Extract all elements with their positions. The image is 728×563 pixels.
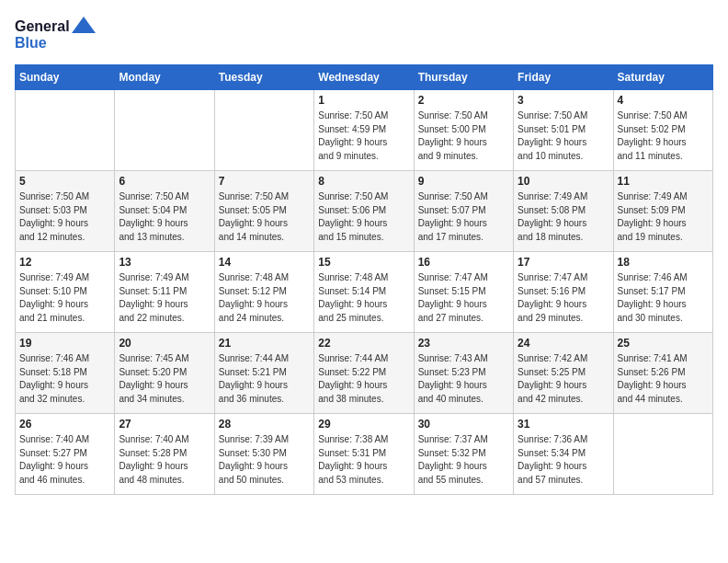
calendar-cell: 7Sunrise: 7:50 AM Sunset: 5:05 PM Daylig… [214,171,313,252]
day-info: Sunrise: 7:50 AM Sunset: 5:06 PM Dayligh… [318,190,409,244]
day-number: 4 [618,94,709,107]
day-number: 30 [418,418,509,431]
day-number: 19 [19,337,110,350]
calendar-table: SundayMondayTuesdayWednesdayThursdayFrid… [15,64,713,495]
calendar-cell: 28Sunrise: 7:39 AM Sunset: 5:30 PM Dayli… [214,414,313,495]
day-info: Sunrise: 7:50 AM Sunset: 5:00 PM Dayligh… [418,109,509,163]
calendar-cell: 22Sunrise: 7:44 AM Sunset: 5:22 PM Dayli… [314,333,414,414]
day-number: 6 [119,175,210,188]
day-number: 2 [418,94,509,107]
day-info: Sunrise: 7:44 AM Sunset: 5:22 PM Dayligh… [318,352,409,406]
day-number: 22 [318,337,409,350]
weekday-header-sunday: Sunday [16,65,115,90]
day-number: 20 [119,337,210,350]
weekday-header-thursday: Thursday [414,65,513,90]
calendar-cell: 18Sunrise: 7:46 AM Sunset: 5:17 PM Dayli… [613,252,712,333]
calendar-cell: 30Sunrise: 7:37 AM Sunset: 5:32 PM Dayli… [414,414,513,495]
calendar-cell [613,414,712,495]
day-info: Sunrise: 7:40 AM Sunset: 5:27 PM Dayligh… [19,433,110,487]
calendar-cell: 6Sunrise: 7:50 AM Sunset: 5:04 PM Daylig… [115,171,214,252]
calendar-cell: 4Sunrise: 7:50 AM Sunset: 5:02 PM Daylig… [613,90,712,171]
day-info: Sunrise: 7:38 AM Sunset: 5:31 PM Dayligh… [318,433,409,487]
calendar-cell: 20Sunrise: 7:45 AM Sunset: 5:20 PM Dayli… [115,333,214,414]
calendar-week-3: 12Sunrise: 7:49 AM Sunset: 5:10 PM Dayli… [16,252,713,333]
day-number: 24 [518,337,609,350]
logo-svg: General Blue [15,15,97,53]
header: General Blue [15,15,713,53]
calendar-cell: 21Sunrise: 7:44 AM Sunset: 5:21 PM Dayli… [214,333,313,414]
day-number: 12 [19,256,110,269]
day-number: 28 [219,418,310,431]
day-number: 18 [618,256,709,269]
day-number: 3 [518,94,609,107]
day-info: Sunrise: 7:45 AM Sunset: 5:20 PM Dayligh… [119,352,210,406]
calendar-cell: 13Sunrise: 7:49 AM Sunset: 5:11 PM Dayli… [115,252,214,333]
calendar-cell: 12Sunrise: 7:49 AM Sunset: 5:10 PM Dayli… [16,252,115,333]
calendar-cell: 31Sunrise: 7:36 AM Sunset: 5:34 PM Dayli… [514,414,613,495]
day-info: Sunrise: 7:50 AM Sunset: 5:02 PM Dayligh… [618,109,709,163]
day-info: Sunrise: 7:43 AM Sunset: 5:23 PM Dayligh… [418,352,509,406]
day-number: 25 [618,337,709,350]
calendar-cell: 14Sunrise: 7:48 AM Sunset: 5:12 PM Dayli… [214,252,313,333]
day-info: Sunrise: 7:49 AM Sunset: 5:10 PM Dayligh… [19,271,110,325]
calendar-week-1: 1Sunrise: 7:50 AM Sunset: 4:59 PM Daylig… [16,90,713,171]
logo: General Blue [15,15,97,53]
calendar-cell: 19Sunrise: 7:46 AM Sunset: 5:18 PM Dayli… [16,333,115,414]
calendar-cell [214,90,313,171]
calendar-week-2: 5Sunrise: 7:50 AM Sunset: 5:03 PM Daylig… [16,171,713,252]
calendar-cell: 2Sunrise: 7:50 AM Sunset: 5:00 PM Daylig… [414,90,513,171]
day-info: Sunrise: 7:50 AM Sunset: 5:07 PM Dayligh… [418,190,509,244]
calendar-cell: 8Sunrise: 7:50 AM Sunset: 5:06 PM Daylig… [314,171,414,252]
weekday-header-monday: Monday [115,65,214,90]
day-info: Sunrise: 7:50 AM Sunset: 5:01 PM Dayligh… [518,109,609,163]
weekday-header-wednesday: Wednesday [314,65,414,90]
weekday-header-friday: Friday [514,65,613,90]
calendar-cell: 1Sunrise: 7:50 AM Sunset: 4:59 PM Daylig… [314,90,414,171]
calendar-cell: 24Sunrise: 7:42 AM Sunset: 5:25 PM Dayli… [514,333,613,414]
day-number: 29 [318,418,409,431]
calendar-cell: 5Sunrise: 7:50 AM Sunset: 5:03 PM Daylig… [16,171,115,252]
day-info: Sunrise: 7:50 AM Sunset: 4:59 PM Dayligh… [318,109,409,163]
day-number: 14 [219,256,310,269]
svg-text:Blue: Blue [15,35,47,51]
calendar-cell: 25Sunrise: 7:41 AM Sunset: 5:26 PM Dayli… [613,333,712,414]
day-info: Sunrise: 7:48 AM Sunset: 5:12 PM Dayligh… [219,271,310,325]
calendar-cell: 15Sunrise: 7:48 AM Sunset: 5:14 PM Dayli… [314,252,414,333]
day-number: 15 [318,256,409,269]
weekday-header-tuesday: Tuesday [214,65,313,90]
day-number: 1 [318,94,409,107]
calendar-week-5: 26Sunrise: 7:40 AM Sunset: 5:27 PM Dayli… [16,414,713,495]
svg-marker-2 [72,17,96,33]
day-info: Sunrise: 7:36 AM Sunset: 5:34 PM Dayligh… [518,433,609,487]
day-info: Sunrise: 7:39 AM Sunset: 5:30 PM Dayligh… [219,433,310,487]
weekday-header-saturday: Saturday [613,65,712,90]
day-number: 9 [418,175,509,188]
day-number: 11 [618,175,709,188]
calendar-cell: 10Sunrise: 7:49 AM Sunset: 5:08 PM Dayli… [514,171,613,252]
day-info: Sunrise: 7:46 AM Sunset: 5:18 PM Dayligh… [19,352,110,406]
day-number: 31 [518,418,609,431]
svg-text:General: General [15,18,70,34]
day-number: 16 [418,256,509,269]
calendar-cell: 9Sunrise: 7:50 AM Sunset: 5:07 PM Daylig… [414,171,513,252]
day-info: Sunrise: 7:49 AM Sunset: 5:08 PM Dayligh… [518,190,609,244]
calendar-cell: 26Sunrise: 7:40 AM Sunset: 5:27 PM Dayli… [16,414,115,495]
day-info: Sunrise: 7:50 AM Sunset: 5:05 PM Dayligh… [219,190,310,244]
calendar-cell [115,90,214,171]
calendar-cell: 17Sunrise: 7:47 AM Sunset: 5:16 PM Dayli… [514,252,613,333]
day-info: Sunrise: 7:46 AM Sunset: 5:17 PM Dayligh… [618,271,709,325]
page: General Blue SundayMondayTuesdayWednesda… [0,0,728,563]
weekday-header-row: SundayMondayTuesdayWednesdayThursdayFrid… [16,65,713,90]
calendar-week-4: 19Sunrise: 7:46 AM Sunset: 5:18 PM Dayli… [16,333,713,414]
day-number: 10 [518,175,609,188]
calendar-cell: 23Sunrise: 7:43 AM Sunset: 5:23 PM Dayli… [414,333,513,414]
day-number: 27 [119,418,210,431]
day-info: Sunrise: 7:37 AM Sunset: 5:32 PM Dayligh… [418,433,509,487]
calendar-cell [16,90,115,171]
day-number: 7 [219,175,310,188]
day-info: Sunrise: 7:42 AM Sunset: 5:25 PM Dayligh… [518,352,609,406]
day-number: 5 [19,175,110,188]
calendar-cell: 27Sunrise: 7:40 AM Sunset: 5:28 PM Dayli… [115,414,214,495]
day-number: 17 [518,256,609,269]
calendar-cell: 11Sunrise: 7:49 AM Sunset: 5:09 PM Dayli… [613,171,712,252]
